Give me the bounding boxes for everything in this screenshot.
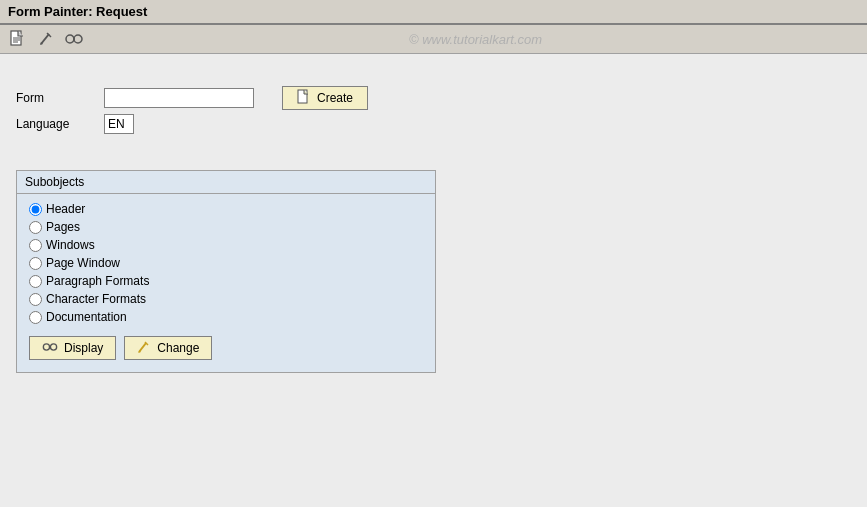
create-button-label: Create (317, 91, 353, 105)
radio-pages: Pages (29, 220, 423, 234)
radio-character-formats-label: Character Formats (46, 292, 146, 306)
radio-paragraph-formats: Paragraph Formats (29, 274, 423, 288)
language-value: EN (104, 114, 134, 134)
edit-icon[interactable] (36, 29, 56, 49)
main-content: Form Create Language EN Subobjects Heade… (0, 54, 867, 389)
radio-paragraph-formats-input[interactable] (29, 275, 42, 288)
radio-documentation: Documentation (29, 310, 423, 324)
radio-character-formats-input[interactable] (29, 293, 42, 306)
language-label: Language (16, 117, 96, 131)
form-input[interactable] (104, 88, 254, 108)
svg-line-14 (139, 343, 146, 352)
radio-header: Header (29, 202, 423, 216)
title-text: Form Painter: Request (8, 4, 147, 19)
create-button[interactable]: Create (282, 86, 368, 110)
svg-point-7 (66, 35, 74, 43)
title-bar: Form Painter: Request (0, 0, 867, 25)
radio-windows-label: Windows (46, 238, 95, 252)
find-icon[interactable] (64, 29, 84, 49)
radio-character-formats: Character Formats (29, 292, 423, 306)
subobjects-panel: Subobjects Header Pages Windows Page Win… (16, 170, 436, 373)
radio-page-window: Page Window (29, 256, 423, 270)
new-doc-icon[interactable] (8, 29, 28, 49)
change-button-label: Change (157, 341, 199, 355)
radio-documentation-label: Documentation (46, 310, 127, 324)
form-row: Form Create (16, 86, 851, 110)
change-icon (137, 340, 151, 357)
radio-windows-input[interactable] (29, 239, 42, 252)
toolbar: © www.tutorialkart.com (0, 25, 867, 54)
language-row: Language EN (16, 114, 851, 134)
radio-header-input[interactable] (29, 203, 42, 216)
svg-point-12 (50, 343, 56, 349)
radio-page-window-label: Page Window (46, 256, 120, 270)
radio-header-label: Header (46, 202, 85, 216)
create-doc-icon (297, 89, 311, 108)
svg-point-8 (74, 35, 82, 43)
radio-page-window-input[interactable] (29, 257, 42, 270)
subobjects-title: Subobjects (17, 171, 435, 194)
watermark-text: © www.tutorialkart.com (92, 32, 859, 47)
svg-line-4 (41, 34, 49, 44)
display-button-label: Display (64, 341, 103, 355)
form-label: Form (16, 91, 96, 105)
radio-pages-input[interactable] (29, 221, 42, 234)
subobjects-body: Header Pages Windows Page Window Paragra… (17, 194, 435, 372)
display-button[interactable]: Display (29, 336, 116, 360)
change-button[interactable]: Change (124, 336, 212, 360)
radio-documentation-input[interactable] (29, 311, 42, 324)
radio-pages-label: Pages (46, 220, 80, 234)
radio-paragraph-formats-label: Paragraph Formats (46, 274, 149, 288)
display-icon (42, 340, 58, 357)
radio-windows: Windows (29, 238, 423, 252)
buttons-row: Display Change (29, 336, 423, 360)
svg-point-11 (43, 343, 49, 349)
